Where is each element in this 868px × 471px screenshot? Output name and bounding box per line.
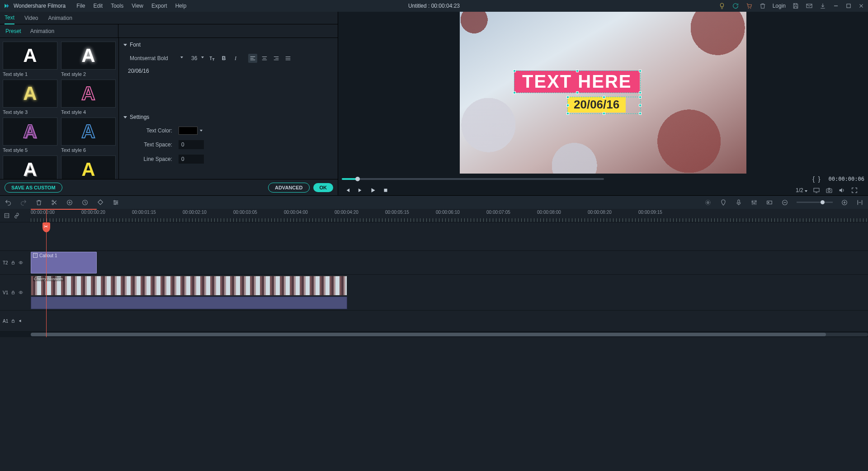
align-center-icon[interactable] xyxy=(260,54,269,63)
align-left-icon[interactable] xyxy=(248,54,257,63)
selection-box[interactable] xyxy=(567,97,641,114)
preset-item[interactable]: AText style 5 xyxy=(3,118,57,153)
save-icon[interactable] xyxy=(792,2,799,9)
adjust-icon[interactable] xyxy=(112,199,119,206)
line-space-input[interactable]: 0 xyxy=(179,155,204,164)
small-caps-icon[interactable] xyxy=(208,54,217,63)
window-minimize[interactable] xyxy=(833,3,839,9)
next-frame-button[interactable] xyxy=(356,186,364,194)
zoom-ratio[interactable]: 1/2 xyxy=(796,187,807,193)
marker-icon[interactable] xyxy=(720,199,727,206)
tab-video[interactable]: Video xyxy=(24,12,38,24)
preview-zoom-slider[interactable] xyxy=(342,178,604,180)
crop-icon[interactable] xyxy=(66,199,73,206)
zoom-in-icon[interactable] xyxy=(841,199,848,206)
font-family-select[interactable]: Montserrat Bold xyxy=(127,53,186,63)
mail-icon[interactable] xyxy=(806,2,813,9)
lock-icon[interactable] xyxy=(11,290,15,295)
audio-clip[interactable] xyxy=(31,297,347,309)
menu-edit[interactable]: Edit xyxy=(94,3,103,9)
eye-icon[interactable] xyxy=(18,260,24,265)
lock-icon[interactable] xyxy=(11,260,15,265)
track-label: A1 xyxy=(3,319,8,324)
snapshot-icon[interactable] xyxy=(826,187,833,194)
align-justify-icon[interactable] xyxy=(283,54,292,63)
menu-help[interactable]: Help xyxy=(175,3,187,9)
window-close[interactable] xyxy=(858,3,864,9)
login-button[interactable]: Login xyxy=(773,3,786,9)
trash-icon[interactable] xyxy=(759,2,766,9)
lightbulb-icon[interactable] xyxy=(718,2,726,9)
speed-icon[interactable] xyxy=(81,199,89,206)
text-color-picker[interactable] xyxy=(179,127,198,135)
link-icon[interactable] xyxy=(14,212,20,219)
bracket-right[interactable]: } xyxy=(818,175,821,183)
menu-view[interactable]: View xyxy=(132,3,143,9)
monitor-icon[interactable] xyxy=(813,187,820,194)
font-section-header[interactable]: Font xyxy=(123,38,338,52)
undo-icon[interactable] xyxy=(5,199,12,206)
preset-item[interactable]: AText style 1 xyxy=(3,42,57,77)
playhead[interactable]: ✂ xyxy=(46,209,47,337)
zoom-fit-icon[interactable] xyxy=(856,199,863,206)
delete-icon[interactable] xyxy=(35,199,42,206)
speaker-icon[interactable] xyxy=(18,319,24,323)
cart-icon[interactable] xyxy=(745,2,753,9)
eye-icon[interactable] xyxy=(18,290,24,295)
italic-icon[interactable]: I xyxy=(231,54,240,63)
play-button[interactable] xyxy=(369,186,377,194)
preset-item[interactable]: AText style 6 xyxy=(61,118,116,153)
color-icon[interactable] xyxy=(97,199,104,206)
timeline-ruler[interactable]: 00:00:00:00 00:00:00:20 00:00:01:15 00:0… xyxy=(31,209,868,222)
volume-icon[interactable] xyxy=(838,187,845,194)
text-space-input[interactable]: 0 xyxy=(179,140,204,149)
app-name: Wondershare Filmora xyxy=(14,3,66,9)
subtab-preset[interactable]: Preset xyxy=(5,28,21,34)
timeline-hscroll[interactable] xyxy=(0,332,868,337)
prev-frame-button[interactable] xyxy=(344,186,352,194)
selection-box[interactable] xyxy=(514,71,641,93)
timeline-zoom-slider[interactable] xyxy=(797,202,833,203)
audio-track-lane[interactable] xyxy=(31,311,868,331)
preset-item[interactable]: AText style 2 xyxy=(61,42,116,77)
menu-file[interactable]: File xyxy=(76,3,85,9)
redo-icon[interactable] xyxy=(20,199,27,206)
ok-button[interactable]: OK xyxy=(313,183,334,192)
render-icon[interactable] xyxy=(704,199,712,206)
text-clip[interactable]: TCallout 1 xyxy=(31,252,97,273)
video-track-lane[interactable]: Cherry Blossom xyxy=(31,275,868,310)
fullscreen-icon[interactable] xyxy=(851,187,858,194)
bracket-left[interactable]: { xyxy=(812,175,815,183)
text-track-lane[interactable]: TCallout 1 xyxy=(31,251,868,274)
save-as-custom-button[interactable]: SAVE AS CUSTOM xyxy=(5,183,62,193)
lock-icon[interactable] xyxy=(11,319,15,323)
preset-item[interactable]: A xyxy=(61,155,116,179)
tab-text[interactable]: Text xyxy=(5,12,14,24)
refresh-icon[interactable] xyxy=(732,2,739,9)
window-maximize[interactable] xyxy=(845,3,852,9)
tab-animation[interactable]: Animation xyxy=(48,12,72,24)
advanced-button[interactable]: ADVANCED xyxy=(268,183,310,193)
preset-item[interactable]: AText style 3 xyxy=(3,80,57,115)
bold-icon[interactable]: B xyxy=(219,54,228,63)
preview-canvas[interactable]: TEXT HERE 20/06/16 xyxy=(460,12,746,174)
subtab-animation[interactable]: Animation xyxy=(30,28,54,34)
voiceover-icon[interactable] xyxy=(735,199,742,206)
track-manager-icon[interactable] xyxy=(4,212,10,219)
mixer-icon[interactable] xyxy=(750,199,758,206)
font-size-select[interactable]: 36 xyxy=(189,53,205,63)
text-content-input[interactable]: 20/06/16 xyxy=(123,65,338,110)
stop-button[interactable] xyxy=(382,186,390,194)
menu-export[interactable]: Export xyxy=(151,3,167,9)
keyframe-icon[interactable] xyxy=(766,199,773,206)
split-icon[interactable] xyxy=(51,199,58,206)
preset-item[interactable]: A xyxy=(3,155,57,179)
video-clip[interactable]: Cherry Blossom xyxy=(31,276,347,296)
download-icon[interactable] xyxy=(819,2,826,9)
settings-section-header[interactable]: Settings xyxy=(123,110,338,124)
preset-item[interactable]: AText style 4 xyxy=(61,80,116,115)
titlebar: Wondershare Filmora File Edit Tools View… xyxy=(0,0,868,12)
menu-tools[interactable]: Tools xyxy=(111,3,123,9)
align-right-icon[interactable] xyxy=(272,54,281,63)
zoom-out-icon[interactable] xyxy=(781,199,788,206)
